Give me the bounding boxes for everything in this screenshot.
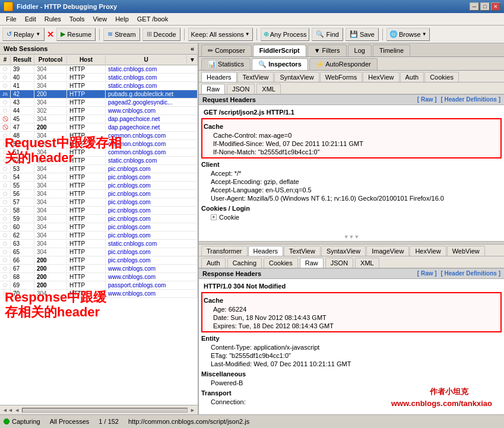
process-icon: ⊕ bbox=[264, 30, 269, 38]
table-row[interactable]: ⬡ 53 304 HTTP pic.cnblogs.com bbox=[0, 165, 198, 173]
table-row[interactable]: 🚫 45 304 HTTP dap.pagechoice.net bbox=[0, 115, 198, 123]
window-controls[interactable]: ─ □ ✕ bbox=[470, 2, 500, 11]
tab-composer[interactable]: ✏ Composer bbox=[201, 45, 252, 56]
find-button[interactable]: 🔍 Find bbox=[312, 28, 343, 41]
resp-tab-auth[interactable]: Auth bbox=[201, 258, 226, 268]
table-row[interactable]: ⬡ 62 304 HTTP pic.cnblogs.com bbox=[0, 232, 198, 240]
resp-tab-headers[interactable]: Headers bbox=[248, 246, 284, 256]
table-row[interactable]: ⬡ 43 304 HTTP pagead2.googlesyndic... bbox=[0, 99, 198, 107]
web-sessions-panel: Web Sessions « # Result Protocol Host U … bbox=[0, 43, 199, 414]
table-row[interactable]: ⬡ 40 304 HTTP static.cnblogs.com bbox=[0, 74, 198, 82]
save-button[interactable]: 💾 Save bbox=[345, 28, 379, 41]
collapse-btn[interactable]: « bbox=[191, 45, 194, 52]
table-row[interactable]: ⬡ 52 304 HTTP static.cnblogs.com bbox=[0, 157, 198, 165]
current-url: http://common.cnblogs.com/script/json2.j… bbox=[128, 418, 249, 425]
table-row[interactable]: ⬡ 54 304 HTTP pic.cnblogs.com bbox=[0, 173, 198, 182]
table-row[interactable]: ⬡ 69 200 HTTP passport.cnblogs.com bbox=[0, 281, 198, 290]
decode-button[interactable]: ⊞ Decode bbox=[142, 28, 180, 41]
table-row[interactable]: ⬡ 39 304 HTTP static.cnblogs.com bbox=[0, 65, 198, 74]
table-row[interactable]: ⬡ 59 304 HTTP pic.cnblogs.com bbox=[0, 215, 198, 223]
tab-statistics[interactable]: 📊 Statistics bbox=[201, 58, 251, 70]
table-row[interactable]: ⬡ 57 304 HTTP pic.cnblogs.com bbox=[0, 198, 198, 207]
table-row[interactable]: JS 42 200 HTTP pubads.g.doubleclick.net bbox=[0, 90, 198, 99]
resp-tab-raw[interactable]: Raw bbox=[300, 258, 324, 268]
resp-tab-cookies[interactable]: Cookies bbox=[264, 258, 298, 268]
resp-tab-caching[interactable]: Caching bbox=[227, 258, 262, 268]
menu-tools[interactable]: Tools bbox=[66, 14, 88, 24]
resp-header-def-link[interactable]: [ Header Definitions ] bbox=[440, 270, 500, 277]
row-icon: ⬡ bbox=[0, 273, 11, 281]
browse-button[interactable]: 🌐 Browse ▼ bbox=[386, 28, 430, 41]
client-group-label: Client bbox=[201, 161, 502, 168]
entity-label: Entity bbox=[201, 335, 502, 342]
table-row[interactable]: ⬡ 65 304 HTTP pic.cnblogs.com bbox=[0, 248, 198, 256]
table-row[interactable]: ⬡ 48 304 HTTP common.cnblogs.com bbox=[0, 132, 198, 140]
req-raw-link[interactable]: [ Raw ] bbox=[417, 96, 437, 103]
table-row[interactable]: ⬡ 67 200 HTTP www.cnblogs.com bbox=[0, 265, 198, 273]
tab-timeline[interactable]: Timeline bbox=[373, 45, 410, 56]
menu-rules[interactable]: Rules bbox=[41, 14, 65, 24]
close-btn[interactable]: ✕ bbox=[491, 2, 500, 11]
browse-icon: 🌐 bbox=[389, 30, 398, 38]
stream-button[interactable]: ≋ Stream bbox=[103, 28, 140, 41]
menu-edit[interactable]: Edit bbox=[21, 14, 40, 24]
resp-tab-hexview[interactable]: HexView bbox=[410, 246, 446, 256]
req-tab-json[interactable]: JSON bbox=[227, 84, 255, 94]
sessions-scrollbar[interactable]: ◄◄ ◄ ► bbox=[0, 405, 198, 414]
req-tab-webforms[interactable]: WebForms bbox=[320, 72, 363, 82]
tab-autoresponder[interactable]: ⚡ AutoResponder bbox=[309, 58, 378, 70]
req-tab-hexview[interactable]: HexView bbox=[363, 72, 399, 82]
table-row[interactable]: ⬡ 56 304 HTTP pic.cnblogs.com bbox=[0, 190, 198, 198]
any-process-dropdown[interactable]: ⊕ Any Process bbox=[261, 28, 310, 41]
maximize-btn[interactable]: □ bbox=[480, 2, 490, 11]
row-icon: ⬡ bbox=[0, 265, 11, 272]
age-header: Age: 66224 bbox=[204, 305, 499, 313]
col-sort[interactable]: ▼ bbox=[187, 55, 198, 64]
table-row[interactable]: ⬡ 50 304 HTTP common.cnblogs.com bbox=[0, 140, 198, 148]
table-row[interactable]: ⬡ 51 304 HTTP common.cnblogs.com bbox=[0, 148, 198, 157]
table-row[interactable]: ⬡ 70 304 HTTP www.cnblogs.com bbox=[0, 290, 198, 298]
resp-raw-link[interactable]: [ Raw ] bbox=[417, 270, 437, 277]
table-row[interactable]: ⬡ 44 302 HTTP www.cnblogs.com bbox=[0, 107, 198, 115]
tab-filters[interactable]: ▼ Filters bbox=[308, 45, 347, 56]
resp-tab-webview[interactable]: WebView bbox=[447, 246, 485, 256]
sessions-table-header: # Result Protocol Host U ▼ bbox=[0, 55, 198, 65]
table-row[interactable]: ⬡ 55 304 HTTP pic.cnblogs.com bbox=[0, 182, 198, 190]
table-row[interactable]: ⬡ 68 200 HTTP www.cnblogs.com bbox=[0, 273, 198, 281]
resp-tab-imageview[interactable]: ImageView bbox=[366, 246, 409, 256]
table-row[interactable]: ⬡ 66 200 HTTP pic.cnblogs.com bbox=[0, 256, 198, 265]
replay-dropdown-icon[interactable]: ▼ bbox=[36, 31, 40, 37]
resp-tab-xml[interactable]: XML bbox=[355, 258, 379, 268]
req-header-def-link[interactable]: [ Header Definitions ] bbox=[440, 96, 500, 103]
req-tab-auth[interactable]: Auth bbox=[400, 72, 424, 82]
req-tab-textview[interactable]: TextView bbox=[237, 72, 274, 82]
cookie-expand-icon[interactable]: + bbox=[211, 214, 217, 220]
resp-tab-json[interactable]: JSON bbox=[325, 258, 353, 268]
req-tab-raw[interactable]: Raw bbox=[201, 84, 225, 94]
table-row[interactable]: ⬡ 60 304 HTTP pic.cnblogs.com bbox=[0, 223, 198, 232]
req-tab-cookies[interactable]: Cookies bbox=[424, 72, 459, 82]
replay-button[interactable]: ↺ Replay ▼ bbox=[2, 28, 45, 41]
table-row[interactable]: ⬡ 58 304 HTTP pic.cnblogs.com bbox=[0, 207, 198, 215]
table-row[interactable]: ⬡ 41 304 HTTP static.cnblogs.com bbox=[0, 82, 198, 90]
top-tab-bar: ✏ Composer FiddlerScript ▼ Filters Log T… bbox=[199, 43, 504, 57]
tab-log[interactable]: Log bbox=[348, 45, 372, 56]
req-tab-headers[interactable]: Headers bbox=[201, 72, 237, 82]
req-tab-xml[interactable]: XML bbox=[256, 84, 281, 94]
resp-tab-transformer[interactable]: Transformer bbox=[201, 246, 248, 256]
menu-view[interactable]: View bbox=[90, 14, 111, 24]
resp-tab-syntaxview[interactable]: SyntaxView bbox=[321, 246, 366, 256]
tab-fiddlerscript[interactable]: FiddlerScript bbox=[253, 45, 306, 56]
tab-inspectors[interactable]: 🔍 Inspectors bbox=[252, 58, 308, 70]
minimize-btn[interactable]: ─ bbox=[470, 2, 479, 11]
table-row[interactable]: 🚫 47 200 HTTP dap.pagechoice.net bbox=[0, 123, 198, 132]
menu-help[interactable]: Help bbox=[112, 14, 132, 24]
resp-tab-textview[interactable]: TextView bbox=[284, 246, 321, 256]
row-icon: ⬡ bbox=[0, 223, 11, 231]
req-tab-syntaxview[interactable]: SyntaxView bbox=[274, 72, 319, 82]
resume-button[interactable]: ▶ Resume bbox=[56, 28, 96, 41]
menu-file[interactable]: File bbox=[2, 14, 20, 24]
table-row[interactable]: ⬡ 63 304 HTTP static.cnblogs.com bbox=[0, 240, 198, 248]
menu-get-book[interactable]: GET /book bbox=[134, 14, 172, 24]
keep-sessions-dropdown[interactable]: Keep: All sessions ▼ bbox=[188, 28, 253, 41]
